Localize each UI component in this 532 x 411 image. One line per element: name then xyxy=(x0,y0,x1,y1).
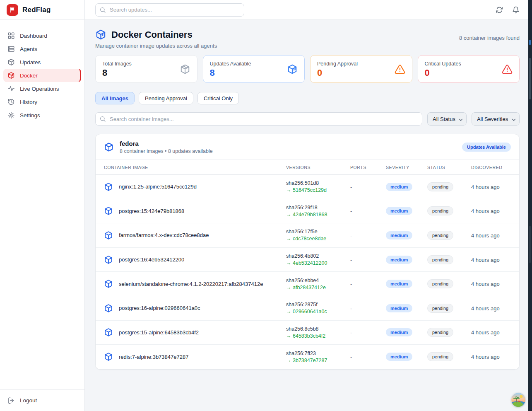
grid-icon xyxy=(7,32,15,39)
column-severity: SEVERITY xyxy=(386,165,427,170)
severity-select[interactable]: All Severities xyxy=(472,112,520,126)
stat-label: Total Images xyxy=(102,61,132,67)
logout-button[interactable]: Logout xyxy=(0,389,84,411)
scrollbar-mark xyxy=(529,40,531,45)
discovered-time: 4 hours ago xyxy=(471,281,500,287)
brand: RedFlag xyxy=(0,0,84,20)
server-icon xyxy=(7,45,15,53)
table-row[interactable]: postgres:15-alpine:64583b3cb4f2 sha256:8… xyxy=(96,321,519,345)
table-row[interactable]: postgres:16-alpine:029660641a0c sha256:2… xyxy=(96,296,519,321)
stat-label: Pending Approval xyxy=(317,61,358,67)
status-badge: pending xyxy=(427,206,453,215)
stat-card-updates-available: Updates Available 8 xyxy=(203,55,305,83)
warning-triangle-icon xyxy=(395,64,405,75)
filter-tabs: All Images Pending Approval Critical Onl… xyxy=(95,92,520,104)
sidebar: RedFlag Dashboard Agents Updates Docker … xyxy=(0,0,85,411)
table-row[interactable]: redis:7-alpine:3b73847e7287 sha256:7ff23… xyxy=(96,345,519,369)
ports-value: - xyxy=(350,257,352,263)
discovered-time: 4 hours ago xyxy=(471,232,500,239)
current-version: sha256:2875f xyxy=(286,302,350,307)
sidebar-item-label: Live Operations xyxy=(20,86,59,92)
docker-cube-icon xyxy=(104,328,113,337)
sidebar-item-docker[interactable]: Docker xyxy=(3,69,81,82)
table-row[interactable]: postgres:16:4eb532412200 sha256:4b802 → … xyxy=(96,248,519,272)
container-search-input[interactable] xyxy=(95,112,422,126)
discovered-time: 4 hours ago xyxy=(471,208,500,214)
sidebar-item-label: Updates xyxy=(20,59,41,65)
column-versions: VERSIONS xyxy=(286,165,350,170)
bell-icon[interactable] xyxy=(512,6,520,14)
docker-cube-icon xyxy=(104,231,113,240)
column-status: STATUS xyxy=(427,165,471,170)
stat-card-pending-approval: Pending Approval 0 xyxy=(310,55,412,83)
ports-value: - xyxy=(350,281,352,287)
docker-cube-icon xyxy=(104,352,113,361)
stat-card-total-images: Total Images 8 xyxy=(95,55,197,83)
island-widget-button[interactable] xyxy=(511,393,525,407)
scrollbar-thumb[interactable] xyxy=(529,58,531,99)
docker-cube-icon xyxy=(104,304,113,313)
discovered-time: 4 hours ago xyxy=(471,184,500,190)
table-row[interactable]: nginx:1.25-alpine:516475cc129d sha256:50… xyxy=(96,175,519,199)
sidebar-item-label: Agents xyxy=(20,46,37,52)
topbar xyxy=(85,0,528,20)
docker-cube-icon xyxy=(104,279,113,288)
package-icon xyxy=(180,64,190,75)
current-version: sha256:4b802 xyxy=(286,253,350,259)
column-container-image: CONTAINER IMAGE xyxy=(104,165,286,170)
severity-badge: medium xyxy=(386,328,412,336)
docker-cube-icon xyxy=(104,206,113,215)
group-summary: 8 container images • 8 updates available xyxy=(120,148,213,154)
container-image-name: farmos/farmos:4.x-dev:cdc78cee8dae xyxy=(119,232,209,238)
status-badge: pending xyxy=(427,255,453,264)
discovered-time: 4 hours ago xyxy=(471,257,500,263)
global-search-input[interactable] xyxy=(95,3,244,17)
severity-badge: medium xyxy=(386,304,412,312)
status-badge: pending xyxy=(427,182,453,191)
current-version: sha256:29f18 xyxy=(286,205,350,210)
table-header: CONTAINER IMAGE VERSIONS PORTS SEVERITY … xyxy=(96,160,519,175)
stat-card-critical-updates: Critical Updates 0 xyxy=(418,55,520,83)
stat-value: 0 xyxy=(425,68,461,78)
scrollbar[interactable] xyxy=(528,0,532,411)
sidebar-item-label: Dashboard xyxy=(20,33,47,39)
sidebar-item-settings[interactable]: Settings xyxy=(3,109,81,122)
new-version: → cdc78cee8dae xyxy=(286,236,350,242)
refresh-icon[interactable] xyxy=(496,6,503,14)
docker-cube-icon xyxy=(104,142,114,152)
container-image-name: postgres:15-alpine:64583b3cb4f2 xyxy=(119,329,199,336)
tab-all-images[interactable]: All Images xyxy=(95,92,135,104)
table-row[interactable]: farmos/farmos:4.x-dev:cdc78cee8dae sha25… xyxy=(96,223,519,248)
current-version: sha256:ebbe4 xyxy=(286,278,350,283)
table-body: nginx:1.25-alpine:516475cc129d sha256:50… xyxy=(96,175,519,369)
status-badge: pending xyxy=(427,352,453,361)
column-discovered: DISCOVERED xyxy=(471,165,511,170)
docker-cube-icon xyxy=(287,64,298,75)
ports-value: - xyxy=(350,184,352,190)
tab-critical-only[interactable]: Critical Only xyxy=(197,92,239,104)
sidebar-item-dashboard[interactable]: Dashboard xyxy=(3,29,81,42)
severity-badge: medium xyxy=(386,231,412,239)
docker-cube-icon xyxy=(104,182,113,191)
current-version: sha256:8c5b8 xyxy=(286,326,350,332)
new-version: → 4eb532412200 xyxy=(286,260,350,266)
sidebar-item-label: Settings xyxy=(20,112,40,118)
container-image-name: selenium/standalone-chrome:4.1.2-2022021… xyxy=(119,281,263,287)
new-version: → afb28437412e xyxy=(286,285,350,290)
docker-cube-icon xyxy=(104,255,113,264)
sidebar-item-updates[interactable]: Updates xyxy=(3,56,81,69)
current-version: sha256:501d8 xyxy=(286,180,350,186)
status-badge: pending xyxy=(427,231,453,240)
image-group-card: fedora 8 container images • 8 updates av… xyxy=(95,134,520,370)
current-version: sha256:7ff23 xyxy=(286,351,350,356)
sidebar-item-history[interactable]: History xyxy=(3,95,81,109)
current-version: sha256:17f5e xyxy=(286,229,350,235)
status-filter: All Status xyxy=(427,112,467,126)
sidebar-item-live-operations[interactable]: Live Operations xyxy=(3,82,81,95)
tab-pending-approval[interactable]: Pending Approval xyxy=(139,92,193,104)
severity-badge: medium xyxy=(386,256,412,264)
table-row[interactable]: selenium/standalone-chrome:4.1.2-2022021… xyxy=(96,272,519,296)
table-row[interactable]: postgres:15:424e79b81868 sha256:29f18 → … xyxy=(96,199,519,224)
sidebar-item-agents[interactable]: Agents xyxy=(3,42,81,56)
status-select[interactable]: All Status xyxy=(427,112,467,126)
